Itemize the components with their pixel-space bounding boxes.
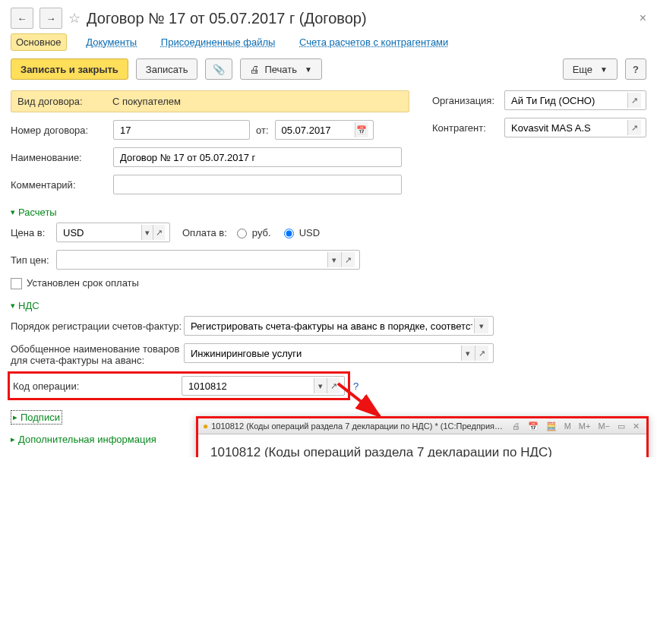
- dialog-heading: 1010812 (Коды операций раздела 7 деклара…: [210, 445, 634, 457]
- m-minus-button[interactable]: M−: [595, 421, 612, 431]
- calc-icon[interactable]: 🧮: [544, 421, 559, 431]
- payment-term-label: Установлен срок оплаты: [27, 277, 139, 289]
- calc-section-label: Расчеты: [18, 207, 57, 218]
- open-icon[interactable]: ↗: [627, 93, 641, 108]
- type-price-label: Тип цен:: [11, 254, 56, 266]
- contract-type-value: С покупателем: [112, 96, 181, 107]
- chevron-down-icon[interactable]: ▾: [314, 378, 327, 393]
- svg-line-0: [338, 384, 380, 416]
- save-close-button[interactable]: Записать и закрыть: [11, 58, 128, 80]
- pay-rub-radio[interactable]: руб.: [233, 226, 271, 238]
- maximize-icon[interactable]: ▭: [615, 421, 627, 431]
- chevron-down-icon: ▾: [11, 301, 15, 311]
- comment-label: Комментарий:: [11, 179, 113, 191]
- help-button[interactable]: ?: [625, 58, 646, 80]
- page-title: Договор № 17 от 05.07.2017 г (Договор): [87, 10, 633, 27]
- open-icon[interactable]: ↗: [153, 225, 165, 240]
- org-input[interactable]: ↗: [504, 90, 646, 110]
- app-icon: ●: [203, 421, 208, 431]
- name-label: Наименование:: [11, 152, 113, 163]
- vat-section-label: НДС: [18, 300, 39, 311]
- tab-accounts[interactable]: Счета расчетов с контрагентами: [295, 34, 453, 50]
- price-in-input[interactable]: ▾ ↗: [56, 223, 170, 242]
- tab-main[interactable]: Основное: [11, 33, 67, 51]
- print-icon[interactable]: 🖨: [510, 421, 523, 431]
- name-input[interactable]: [113, 147, 402, 167]
- paperclip-icon: 📎: [213, 64, 225, 75]
- calendar-icon[interactable]: 📅: [526, 421, 541, 431]
- m-button[interactable]: M: [562, 421, 573, 431]
- chevron-down-icon: ▾: [11, 207, 15, 217]
- op-code-dialog: ● 1010812 (Коды операций раздела 7 декла…: [196, 416, 649, 457]
- back-button[interactable]: ←: [11, 8, 33, 29]
- org-label: Организация:: [432, 95, 504, 106]
- dialog-title: 1010812 (Коды операций раздела 7 деклара…: [211, 421, 506, 431]
- signatures-label: Подписи: [21, 412, 60, 423]
- print-button[interactable]: 🖨 Печать ▼: [240, 58, 322, 80]
- date-input[interactable]: 📅: [275, 120, 374, 140]
- chevron-down-icon[interactable]: ▾: [461, 346, 475, 361]
- attach-button[interactable]: 📎: [205, 58, 232, 80]
- close-icon[interactable]: ×: [640, 11, 646, 25]
- chevron-right-icon: ▸: [13, 412, 17, 422]
- chevron-down-icon[interactable]: ▾: [141, 225, 153, 240]
- calendar-icon[interactable]: 📅: [355, 122, 368, 137]
- number-input[interactable]: [113, 120, 250, 140]
- save-button[interactable]: Записать: [136, 58, 198, 80]
- op-code-input[interactable]: ▾ ↗: [182, 376, 345, 396]
- gen-name-input[interactable]: ▾ ↗: [184, 343, 494, 363]
- reg-order-label: Порядок регистрации счетов-фактур:: [11, 320, 184, 332]
- tab-documents[interactable]: Документы: [81, 34, 141, 50]
- payment-term-checkbox[interactable]: [11, 278, 22, 289]
- from-label: от:: [256, 125, 269, 136]
- contract-type-label: Вид договора:: [17, 96, 112, 107]
- chevron-right-icon: ▸: [11, 434, 15, 444]
- open-icon[interactable]: ↗: [341, 252, 355, 267]
- printer-icon: 🖨: [250, 64, 260, 75]
- close-icon[interactable]: ✕: [630, 421, 642, 431]
- chevron-down-icon[interactable]: ▾: [474, 318, 488, 333]
- calc-section-toggle[interactable]: ▾ Расчеты: [11, 207, 57, 218]
- tab-files[interactable]: Присоединенные файлы: [156, 34, 280, 50]
- print-label: Печать: [264, 64, 297, 75]
- chevron-down-icon[interactable]: ▾: [327, 252, 341, 267]
- counterparty-label: Контрагент:: [432, 122, 504, 134]
- tab-bar: Основное Документы Присоединенные файлы …: [11, 33, 646, 51]
- extra-info-label: Дополнительная информация: [18, 434, 156, 445]
- op-code-label: Код операции:: [13, 380, 182, 392]
- chevron-down-icon: ▼: [600, 65, 608, 74]
- pay-in-label: Оплата в:: [182, 227, 227, 238]
- forward-button[interactable]: →: [39, 8, 62, 29]
- more-label: Еще: [573, 64, 592, 75]
- open-icon[interactable]: ↗: [627, 120, 641, 135]
- signatures-toggle[interactable]: ▸ Подписи: [11, 410, 62, 425]
- extra-info-toggle[interactable]: ▸ Дополнительная информация: [11, 434, 156, 445]
- gen-name-label: Обобщенное наименование товаров для счет…: [11, 343, 184, 366]
- pay-usd-radio[interactable]: USD: [280, 226, 320, 238]
- m-plus-button[interactable]: M+: [576, 421, 593, 431]
- comment-input[interactable]: [113, 175, 402, 194]
- counterparty-input[interactable]: ↗: [504, 118, 646, 137]
- reg-order-input[interactable]: ▾: [184, 316, 494, 336]
- price-in-label: Цена в:: [11, 227, 56, 238]
- chevron-down-icon: ▼: [305, 65, 312, 74]
- type-price-input[interactable]: ▾ ↗: [56, 250, 360, 270]
- open-icon[interactable]: ↗: [475, 346, 488, 361]
- vat-section-toggle[interactable]: ▾ НДС: [11, 300, 39, 311]
- more-button[interactable]: Еще ▼: [563, 58, 618, 80]
- number-label: Номер договора:: [11, 125, 113, 136]
- favorite-icon[interactable]: ☆: [68, 10, 81, 27]
